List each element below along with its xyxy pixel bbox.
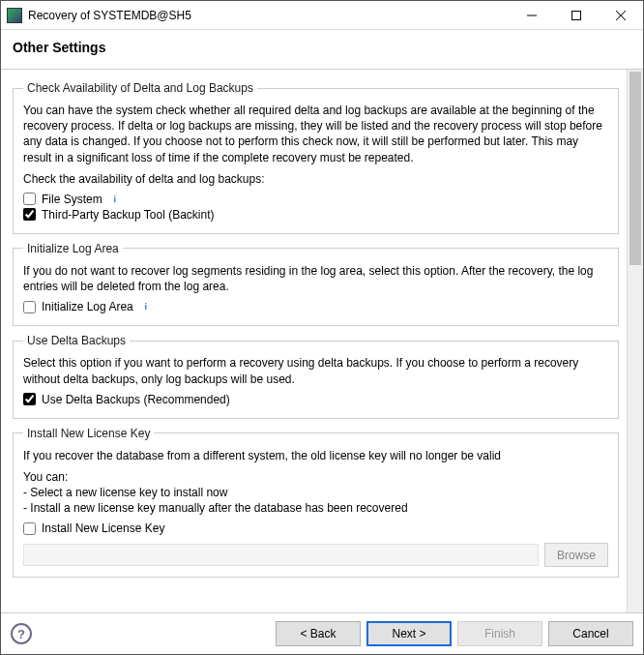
info-icon[interactable]: i [141,302,151,312]
window-title: Recovery of SYSTEMDB@SH5 [28,9,510,22]
checkbox-install-license[interactable] [23,522,36,535]
next-button[interactable]: Next > [366,621,452,646]
license-line3: - Select a new license key to install no… [23,485,608,500]
close-button[interactable] [599,1,643,30]
app-icon [7,8,22,23]
back-button[interactable]: < Back [276,621,361,646]
section-legend: Use Delta Backups [23,334,130,347]
checkbox-backint-row[interactable]: Third-Party Backup Tool (Backint) [23,208,608,222]
license-line2: You can: [23,469,608,485]
close-icon [616,11,626,20]
section-check-availability: Check Availability of Delta and Log Back… [13,81,619,234]
finish-button: Finish [457,621,542,646]
help-icon: ? [17,627,25,641]
svg-rect-1 [572,11,581,19]
page-title: Other Settings [13,40,631,55]
scrollbar-thumb[interactable] [629,72,641,265]
section-initialize-log: Initialize Log Area If you do not want t… [13,242,619,326]
section-subdescription: Check the availability of delta and log … [23,171,608,187]
checkbox-use-delta-row[interactable]: Use Delta Backups (Recommended) [23,393,608,406]
browse-button: Browse [544,543,608,567]
license-line4: - Install a new license key manually aft… [23,500,608,516]
section-use-delta: Use Delta Backups Select this option if … [13,334,619,418]
cancel-button[interactable]: Cancel [548,621,633,646]
minimize-button[interactable] [510,1,554,30]
window: Recovery of SYSTEMDB@SH5 Other Settings … [0,0,644,655]
section-legend: Initialize Log Area [23,242,123,255]
checkbox-init-log-row[interactable]: Initialize Log Area i [23,300,608,313]
checkbox-backint[interactable] [23,208,36,221]
maximize-icon [571,11,581,20]
scrollbar[interactable] [627,70,643,612]
checkbox-init-log[interactable] [23,301,36,313]
checkbox-use-delta-label: Use Delta Backups (Recommended) [42,393,230,406]
maximize-button[interactable] [554,1,599,30]
section-description: You can have the system check whether al… [23,103,608,165]
checkbox-install-license-label: Install New License Key [42,521,164,535]
checkbox-file-system-label: File System [42,193,102,206]
license-input-row: Browse [23,543,608,567]
help-button[interactable]: ? [11,623,32,644]
checkbox-backint-label: Third-Party Backup Tool (Backint) [42,208,215,222]
content-area: Check Availability of Delta and Log Back… [1,70,627,612]
info-icon[interactable]: i [110,194,120,204]
license-path-input [23,544,539,566]
page-header: Other Settings [1,30,643,70]
footer: ? < Back Next > Finish Cancel [1,612,643,654]
minimize-icon [527,11,537,20]
section-legend: Install New License Key [23,427,154,440]
section-description: Select this option if you want to perfor… [23,355,608,386]
section-install-license: Install New License Key If you recover t… [13,427,619,579]
checkbox-use-delta[interactable] [23,393,36,405]
checkbox-file-system[interactable] [23,193,36,205]
checkbox-file-system-row[interactable]: File System i [23,193,608,206]
content-wrap: Check Availability of Delta and Log Back… [1,70,643,612]
title-bar: Recovery of SYSTEMDB@SH5 [1,1,643,30]
checkbox-init-log-label: Initialize Log Area [42,300,133,313]
section-description: If you do not want to recover log segmen… [23,263,608,294]
section-legend: Check Availability of Delta and Log Back… [23,81,257,95]
checkbox-install-license-row[interactable]: Install New License Key [23,521,608,535]
license-line1: If you recover the database from a diffe… [23,448,608,463]
